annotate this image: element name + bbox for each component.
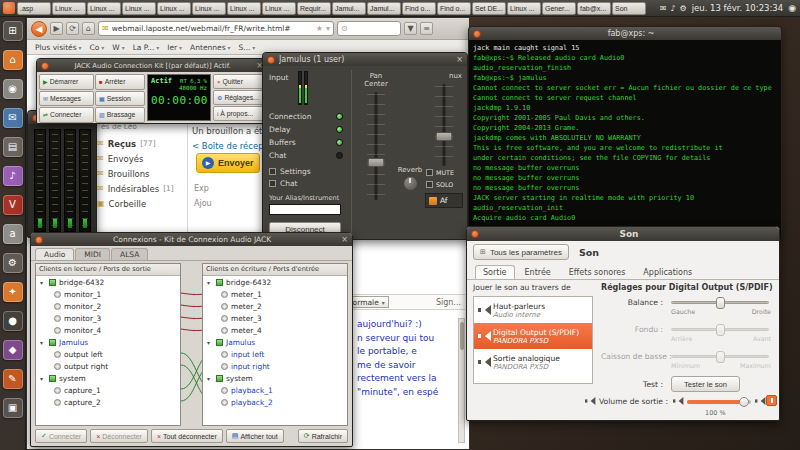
client-level-fader[interactable] xyxy=(433,84,455,166)
qjackctl-button[interactable]: ⇄ Connecter xyxy=(39,107,94,123)
taskbar-window-button[interactable]: Linux ... xyxy=(87,2,121,15)
taskbar-window-button[interactable]: Requir... xyxy=(297,2,331,15)
port-tree-row[interactable]: ▾ output left xyxy=(36,348,180,360)
connections-tab[interactable]: Audio xyxy=(35,248,74,260)
expand-arrow-icon[interactable]: ▾ xyxy=(207,339,213,346)
port-tree-row[interactable]: ▾ output right xyxy=(36,360,180,372)
settings-icon[interactable]: ⚙ xyxy=(3,253,23,273)
taskbar-window-button[interactable]: .asp xyxy=(17,2,51,15)
terminal-output[interactable]: jack main caught signal 15fab@xps:~$ Rel… xyxy=(469,40,781,237)
signature-label[interactable]: Sign... xyxy=(436,298,461,307)
slider-track[interactable] xyxy=(671,355,769,358)
expand-arrow-icon[interactable]: ▾ xyxy=(40,375,46,382)
port-tree-row[interactable]: ▾ capture_2 xyxy=(36,396,180,408)
audacity-icon[interactable]: a xyxy=(3,224,23,244)
volume-low-icon[interactable] xyxy=(672,396,682,406)
connections-titlebar[interactable]: Connexions - Kit de Connexion Audio JACK… xyxy=(31,233,352,246)
mute-checkbox[interactable]: MUTE xyxy=(424,166,464,178)
Brouillons[interactable]: ✉ Brouillons xyxy=(97,166,193,181)
alias-input[interactable] xyxy=(269,204,341,215)
connections-button[interactable]: ⟳ Rafraîchir xyxy=(298,429,348,443)
taskbar-window-button[interactable]: Gener... xyxy=(542,2,576,15)
close-icon[interactable]: × xyxy=(341,235,348,244)
editor-scrollbar[interactable] xyxy=(458,318,465,443)
view-checkbox[interactable]: Settings xyxy=(269,165,343,177)
jamulus-titlebar[interactable]: Jamulus (1 user) × xyxy=(263,53,467,66)
downloads-icon[interactable]: ▼ xyxy=(404,22,417,35)
bookmark-item[interactable]: S... xyxy=(238,43,255,52)
port-tree-row[interactable]: ▾ monitor_2 xyxy=(36,300,180,312)
expand-arrow-icon[interactable]: ▾ xyxy=(207,279,213,286)
search-box[interactable]: ⊙ xyxy=(337,21,401,36)
qjackctl-button[interactable]: ▥ Brassage xyxy=(95,107,145,123)
connections-button[interactable]: ▤ Afficher tout xyxy=(226,429,284,443)
fader-handle[interactable] xyxy=(368,158,385,167)
url-dropdown-icon[interactable]: ▾ xyxy=(326,24,330,33)
Corbeille[interactable]: ▣ Corbeille xyxy=(97,196,193,211)
port-tree-row[interactable]: ▾ meter_4 xyxy=(203,324,347,336)
qjackctl-button[interactable]: × Quitter xyxy=(213,74,265,89)
port-tree-row[interactable]: ▾ meter_1 xyxy=(203,288,347,300)
taskbar-window-button[interactable]: Jamul... xyxy=(367,2,401,15)
qjackctl-button[interactable]: ▦ Session xyxy=(95,91,145,107)
url-bar[interactable]: ✉ webmail.laposte.net/webmail/fr_FR/writ… xyxy=(98,21,334,36)
home-icon[interactable]: ⌂ xyxy=(3,50,23,70)
expand-arrow-icon[interactable]: ▾ xyxy=(40,279,46,286)
slider-track[interactable] xyxy=(671,328,769,331)
inbox-back-link[interactable]: < Boîte de récept xyxy=(192,141,267,151)
qjackctl-button[interactable]: ▶ Démarrer xyxy=(39,74,94,90)
reload-button[interactable]: ⟳ xyxy=(66,22,79,35)
bookmark-item[interactable]: Antennes xyxy=(190,43,230,52)
message-editor[interactable]: aujourd'hui? :)n serveur qui toule porta… xyxy=(357,318,455,443)
status-indicator-icon[interactable]: ⚙ xyxy=(680,1,687,16)
taskbar-window-button[interactable]: Linux ... xyxy=(192,2,226,15)
taskbar-window-button[interactable]: Linux ... xyxy=(122,2,156,15)
port-tree-row[interactable]: ▾ bridge-6432 xyxy=(36,276,180,288)
dash-icon[interactable]: ⊞ xyxy=(3,21,23,41)
close-button[interactable] xyxy=(41,62,49,70)
taskbar-window-button[interactable]: Son xyxy=(612,2,646,15)
qjackctl-button[interactable]: ✉ Messages xyxy=(39,91,94,107)
expand-arrow-icon[interactable]: ▾ xyxy=(207,375,213,382)
port-tree-row[interactable]: ▾ capture_1 xyxy=(36,384,180,396)
all-settings-button[interactable]: ⊞ Tous les paramètres xyxy=(473,244,569,260)
view-checkbox[interactable]: Chat xyxy=(269,177,343,189)
status-indicator-icon[interactable]: ✉ xyxy=(660,1,667,16)
port-tree-row[interactable]: ▾ monitor_3 xyxy=(36,312,180,324)
gem-icon[interactable]: ◆ xyxy=(3,340,23,360)
port-tree-row[interactable]: ▾ bridge-6432 xyxy=(203,276,347,288)
taskbar-window-button[interactable]: Linux ... xyxy=(157,2,191,15)
terminal-titlebar[interactable]: fab@xps: ~ xyxy=(469,27,781,40)
menu-icon[interactable]: ≡ xyxy=(420,22,433,35)
close-button[interactable] xyxy=(35,236,43,244)
star-icon[interactable]: ✦ xyxy=(3,282,23,302)
app-icon[interactable] xyxy=(3,2,15,14)
taskbar-window-button[interactable]: fab@x... xyxy=(577,2,611,15)
checkbox-box[interactable] xyxy=(426,181,433,188)
connections-tab[interactable]: MIDI xyxy=(75,248,110,260)
qjackctl-button[interactable]: ■ Arrêter xyxy=(95,74,145,90)
connections-button[interactable]: × Tout déconnecter xyxy=(151,429,223,443)
volume-high-icon[interactable] xyxy=(754,396,764,406)
close-icon[interactable]: × xyxy=(456,55,463,64)
office-icon[interactable]: ▤ xyxy=(3,137,23,157)
power-icon[interactable]: ◉ xyxy=(788,3,796,13)
Reçus[interactable]: ✉ Reçus [77] xyxy=(97,136,193,151)
checkbox-box[interactable] xyxy=(426,169,433,176)
port-tree-row[interactable]: ▾ Jamulus xyxy=(203,336,347,348)
connections-button[interactable]: ✓ Connecter xyxy=(35,429,87,443)
taskbar-window-button[interactable]: Find o... xyxy=(437,2,471,15)
connections-tab[interactable]: ALSA xyxy=(111,248,148,260)
port-tree-row[interactable]: ▾ input left xyxy=(203,348,347,360)
port-tree-row[interactable]: ▾ monitor_1 xyxy=(36,288,180,300)
bookmark-item[interactable]: Plus visités xyxy=(35,43,82,52)
qjackctl-titlebar[interactable]: JACK Audio Connection Kit [(par défaut)]… xyxy=(37,59,267,72)
sound-tab[interactable]: Effets sonores xyxy=(561,265,634,279)
Envoyés[interactable]: ✉ Envoyés xyxy=(97,151,193,166)
disk-icon[interactable]: ● xyxy=(3,311,23,331)
sound-titlebar[interactable]: Son xyxy=(467,227,779,241)
clock[interactable]: jeu. 13 févr. 10:23:34 xyxy=(692,3,783,13)
mute-toggle-switch[interactable] xyxy=(766,395,777,406)
send-button[interactable]: ▶ Envoyer xyxy=(196,153,260,173)
reverb-knob[interactable] xyxy=(404,177,417,190)
